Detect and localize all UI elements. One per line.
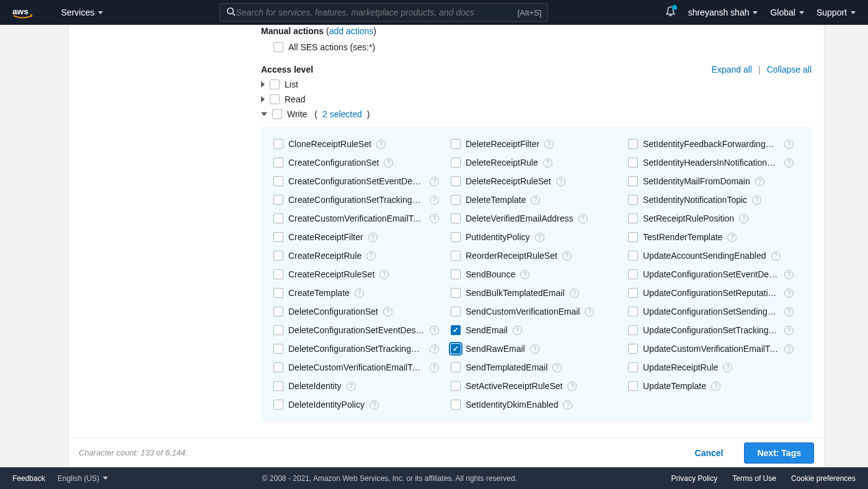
action-checkbox[interactable] [273,195,283,205]
action-checkbox[interactable] [451,269,461,279]
read-level-checkbox[interactable] [270,94,280,104]
help-icon[interactable]: ? [376,140,386,149]
search-input[interactable] [236,7,517,17]
notifications-button[interactable] [665,6,676,19]
help-icon[interactable]: ? [347,382,356,391]
expand-read-caret[interactable] [261,96,265,102]
cookies-link[interactable]: Cookie preferences [791,474,856,483]
action-checkbox[interactable] [451,362,461,372]
help-icon[interactable]: ? [430,344,439,354]
collapse-all-link[interactable]: Collapse all [767,65,812,74]
action-checkbox[interactable] [451,325,461,335]
help-icon[interactable]: ? [430,195,439,205]
help-icon[interactable]: ? [552,363,562,372]
help-icon[interactable]: ? [430,363,439,372]
help-icon[interactable]: ? [727,233,737,242]
action-checkbox[interactable] [628,176,638,186]
privacy-link[interactable]: Privacy Policy [671,474,718,483]
list-level-checkbox[interactable] [270,79,280,89]
next-tags-button[interactable]: Next: Tags [744,442,814,464]
expand-list-caret[interactable] [261,81,265,87]
help-icon[interactable]: ? [562,251,572,261]
help-icon[interactable]: ? [384,158,393,168]
support-menu[interactable]: Support [817,7,856,17]
help-icon[interactable]: ? [784,307,794,316]
aws-logo[interactable]: aws [12,6,46,19]
help-icon[interactable]: ? [520,270,529,279]
write-level-checkbox[interactable] [272,109,282,119]
action-checkbox[interactable] [628,307,638,316]
add-actions-link[interactable]: add actions [329,26,374,36]
action-checkbox[interactable] [273,381,283,391]
help-icon[interactable]: ? [784,270,794,279]
action-checkbox[interactable] [273,139,283,149]
action-checkbox[interactable] [273,232,283,242]
action-checkbox[interactable] [273,288,283,298]
help-icon[interactable]: ? [752,195,761,205]
action-checkbox[interactable] [273,344,283,354]
help-icon[interactable]: ? [723,363,732,372]
account-menu[interactable]: shreyansh shah [688,7,758,17]
action-checkbox[interactable] [628,232,638,242]
collapse-write-caret[interactable] [261,112,267,116]
action-checkbox[interactable] [273,213,283,223]
action-checkbox[interactable] [628,195,638,205]
action-checkbox[interactable] [628,325,638,335]
help-icon[interactable]: ? [563,400,572,410]
help-icon[interactable]: ? [355,289,364,298]
action-checkbox[interactable] [628,288,638,298]
help-icon[interactable]: ? [570,289,579,298]
action-checkbox[interactable] [628,251,638,261]
action-checkbox[interactable] [273,400,283,410]
help-icon[interactable]: ? [784,158,794,168]
action-checkbox[interactable] [451,176,461,186]
action-checkbox[interactable] [451,232,461,242]
help-icon[interactable]: ? [739,214,748,223]
help-icon[interactable]: ? [784,344,794,354]
language-selector[interactable]: English (US) [58,474,108,483]
help-icon[interactable]: ? [368,233,378,242]
services-menu[interactable]: Services [61,7,104,17]
expand-all-link[interactable]: Expand all [712,65,752,74]
feedback-link[interactable]: Feedback [12,474,45,483]
help-icon[interactable]: ? [430,214,439,223]
help-icon[interactable]: ? [544,140,554,149]
help-icon[interactable]: ? [430,326,439,335]
cancel-button[interactable]: Cancel [684,443,735,463]
action-checkbox[interactable] [628,362,638,372]
action-checkbox[interactable] [451,307,461,316]
search-box[interactable]: [Alt+S] [219,3,548,22]
all-ses-actions-checkbox[interactable] [273,42,283,52]
help-icon[interactable]: ? [543,158,552,168]
action-checkbox[interactable] [273,362,283,372]
action-checkbox[interactable] [451,213,461,223]
action-checkbox[interactable] [628,139,638,149]
help-icon[interactable]: ? [711,382,720,391]
help-icon[interactable]: ? [535,233,544,242]
help-icon[interactable]: ? [771,251,781,261]
help-icon[interactable]: ? [784,326,794,335]
help-icon[interactable]: ? [379,270,389,279]
action-checkbox[interactable] [273,158,283,168]
action-checkbox[interactable] [451,381,461,391]
help-icon[interactable]: ? [585,307,594,316]
terms-link[interactable]: Terms of Use [732,474,776,483]
action-checkbox[interactable] [628,344,638,354]
help-icon[interactable]: ? [567,382,577,391]
help-icon[interactable]: ? [383,307,392,316]
help-icon[interactable]: ? [430,177,439,186]
action-checkbox[interactable] [628,381,638,391]
help-icon[interactable]: ? [531,195,540,205]
action-checkbox[interactable] [628,213,638,223]
action-checkbox[interactable] [273,325,283,335]
help-icon[interactable]: ? [366,251,376,261]
help-icon[interactable]: ? [784,140,794,149]
help-icon[interactable]: ? [370,400,379,410]
action-checkbox[interactable] [451,344,461,354]
help-icon[interactable]: ? [556,177,565,186]
action-checkbox[interactable] [451,288,461,298]
write-selected-link[interactable]: 2 selected [322,109,362,119]
action-checkbox[interactable] [273,307,283,316]
help-icon[interactable]: ? [530,344,539,354]
help-icon[interactable]: ? [578,214,588,223]
